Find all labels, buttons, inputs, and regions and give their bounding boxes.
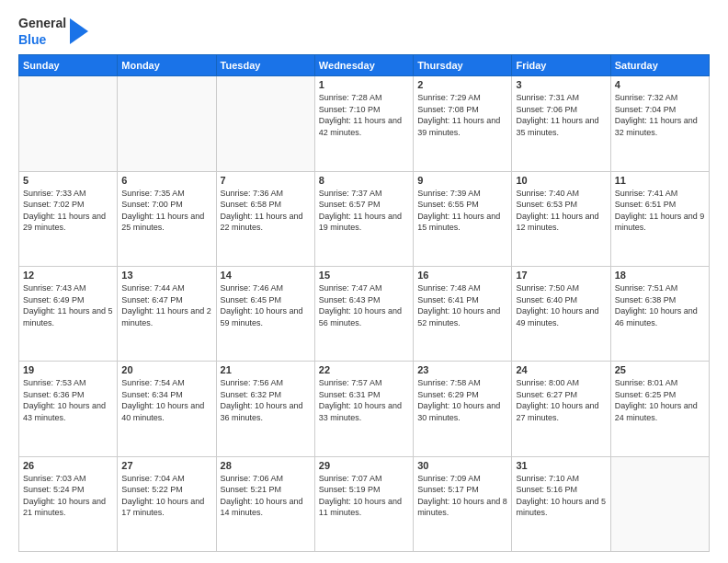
calendar-cell: 26Sunrise: 7:03 AMSunset: 5:24 PMDayligh… — [19, 456, 118, 551]
day-number: 7 — [221, 175, 311, 186]
day-number: 8 — [319, 175, 409, 186]
calendar-cell: 19Sunrise: 7:53 AMSunset: 6:36 PMDayligh… — [19, 362, 118, 456]
cell-sunset: Sunset: 7:00 PM — [121, 199, 211, 211]
cell-daylight: Daylight: 11 hours and 12 minutes. — [516, 211, 606, 234]
cell-sunrise: Sunrise: 7:50 AM — [516, 282, 606, 294]
cell-sunrise: Sunrise: 8:01 AM — [615, 377, 705, 389]
day-number: 9 — [417, 175, 507, 186]
cell-daylight: Daylight: 11 hours and 42 minutes. — [319, 115, 409, 138]
calendar-cell — [216, 76, 314, 171]
cell-sunset: Sunset: 5:19 PM — [319, 484, 409, 496]
cell-sunrise: Sunrise: 7:41 AM — [615, 188, 705, 200]
cell-daylight: Daylight: 10 hours and 11 minutes. — [319, 496, 409, 519]
cell-sunrise: Sunrise: 7:06 AM — [221, 473, 311, 485]
cell-sunrise: Sunrise: 7:31 AM — [516, 92, 606, 104]
cell-sunset: Sunset: 6:58 PM — [221, 199, 311, 211]
calendar-week-2: 5Sunrise: 7:33 AMSunset: 7:02 PMDaylight… — [19, 171, 710, 266]
cell-sunset: Sunset: 7:02 PM — [23, 199, 113, 211]
weekday-header-thursday: Thursday — [414, 55, 512, 76]
calendar-cell: 4Sunrise: 7:32 AMSunset: 7:04 PMDaylight… — [610, 76, 709, 171]
calendar-cell — [118, 76, 216, 171]
calendar-cell: 9Sunrise: 7:39 AMSunset: 6:55 PMDaylight… — [414, 171, 512, 266]
day-number: 1 — [319, 79, 409, 90]
cell-daylight: Daylight: 10 hours and 21 minutes. — [23, 496, 113, 519]
calendar-cell: 8Sunrise: 7:37 AMSunset: 6:57 PMDaylight… — [314, 171, 413, 266]
calendar-cell: 31Sunrise: 7:10 AMSunset: 5:16 PMDayligh… — [512, 456, 610, 551]
weekday-header-friday: Friday — [512, 55, 610, 76]
cell-sunrise: Sunrise: 7:10 AM — [516, 473, 606, 485]
calendar-week-3: 12Sunrise: 7:43 AMSunset: 6:49 PMDayligh… — [19, 266, 710, 361]
logo-chevron-icon — [70, 18, 88, 44]
logo: General Blue — [18, 15, 88, 47]
day-number: 11 — [615, 175, 705, 186]
cell-daylight: Daylight: 10 hours and 40 minutes. — [121, 400, 211, 423]
header: General Blue — [18, 15, 710, 47]
calendar-cell — [19, 76, 118, 171]
cell-sunrise: Sunrise: 8:00 AM — [516, 377, 606, 389]
cell-sunrise: Sunrise: 7:37 AM — [319, 188, 409, 200]
cell-sunset: Sunset: 5:17 PM — [417, 484, 507, 496]
day-number: 31 — [516, 460, 606, 471]
cell-sunrise: Sunrise: 7:29 AM — [417, 92, 507, 104]
cell-daylight: Daylight: 10 hours and 56 minutes. — [319, 305, 409, 328]
cell-sunrise: Sunrise: 7:51 AM — [615, 282, 705, 294]
day-number: 27 — [121, 460, 211, 471]
cell-sunrise: Sunrise: 7:28 AM — [319, 92, 409, 104]
cell-daylight: Daylight: 10 hours and 36 minutes. — [221, 400, 311, 423]
cell-daylight: Daylight: 10 hours and 8 minutes. — [417, 496, 507, 519]
cell-sunset: Sunset: 7:06 PM — [516, 104, 606, 116]
calendar-week-1: 1Sunrise: 7:28 AMSunset: 7:10 PMDaylight… — [19, 76, 710, 171]
calendar-cell: 14Sunrise: 7:46 AMSunset: 6:45 PMDayligh… — [216, 266, 314, 361]
cell-sunset: Sunset: 6:51 PM — [615, 199, 705, 211]
calendar-cell: 2Sunrise: 7:29 AMSunset: 7:08 PMDaylight… — [414, 76, 512, 171]
cell-sunset: Sunset: 6:49 PM — [23, 294, 113, 306]
day-number: 12 — [23, 270, 113, 281]
cell-daylight: Daylight: 11 hours and 15 minutes. — [417, 211, 507, 234]
weekday-header-wednesday: Wednesday — [314, 55, 413, 76]
calendar-cell: 16Sunrise: 7:48 AMSunset: 6:41 PMDayligh… — [414, 266, 512, 361]
calendar-cell: 1Sunrise: 7:28 AMSunset: 7:10 PMDaylight… — [314, 76, 413, 171]
day-number: 19 — [23, 364, 113, 375]
day-number: 15 — [319, 270, 409, 281]
calendar-cell: 25Sunrise: 8:01 AMSunset: 6:25 PMDayligh… — [610, 362, 709, 456]
cell-daylight: Daylight: 10 hours and 30 minutes. — [417, 400, 507, 423]
calendar-cell: 7Sunrise: 7:36 AMSunset: 6:58 PMDaylight… — [216, 171, 314, 266]
day-number: 13 — [121, 270, 211, 281]
cell-sunrise: Sunrise: 7:47 AM — [319, 282, 409, 294]
cell-sunrise: Sunrise: 7:40 AM — [516, 188, 606, 200]
cell-sunset: Sunset: 5:16 PM — [516, 484, 606, 496]
day-number: 28 — [221, 460, 311, 471]
calendar-cell: 17Sunrise: 7:50 AMSunset: 6:40 PMDayligh… — [512, 266, 610, 361]
day-number: 22 — [319, 364, 409, 375]
cell-sunrise: Sunrise: 7:33 AM — [23, 188, 113, 200]
calendar-cell: 29Sunrise: 7:07 AMSunset: 5:19 PMDayligh… — [314, 456, 413, 551]
day-number: 17 — [516, 270, 606, 281]
day-number: 4 — [615, 79, 705, 90]
calendar-cell: 12Sunrise: 7:43 AMSunset: 6:49 PMDayligh… — [19, 266, 118, 361]
weekday-header-saturday: Saturday — [610, 55, 709, 76]
cell-sunset: Sunset: 5:21 PM — [221, 484, 311, 496]
calendar-cell: 28Sunrise: 7:06 AMSunset: 5:21 PMDayligh… — [216, 456, 314, 551]
cell-sunrise: Sunrise: 7:58 AM — [417, 377, 507, 389]
cell-sunrise: Sunrise: 7:54 AM — [121, 377, 211, 389]
day-number: 25 — [615, 364, 705, 375]
day-number: 18 — [615, 270, 705, 281]
weekday-header-tuesday: Tuesday — [216, 55, 314, 76]
cell-daylight: Daylight: 10 hours and 59 minutes. — [221, 305, 311, 328]
day-number: 16 — [417, 270, 507, 281]
cell-sunrise: Sunrise: 7:09 AM — [417, 473, 507, 485]
calendar-header-row: SundayMondayTuesdayWednesdayThursdayFrid… — [19, 55, 710, 76]
cell-sunset: Sunset: 6:40 PM — [516, 294, 606, 306]
calendar-cell: 24Sunrise: 8:00 AMSunset: 6:27 PMDayligh… — [512, 362, 610, 456]
day-number: 14 — [221, 270, 311, 281]
cell-sunset: Sunset: 7:08 PM — [417, 104, 507, 116]
cell-sunset: Sunset: 5:24 PM — [23, 484, 113, 496]
cell-sunset: Sunset: 7:10 PM — [319, 104, 409, 116]
cell-daylight: Daylight: 11 hours and 29 minutes. — [23, 211, 113, 234]
cell-sunrise: Sunrise: 7:57 AM — [319, 377, 409, 389]
calendar-cell: 6Sunrise: 7:35 AMSunset: 7:00 PMDaylight… — [118, 171, 216, 266]
cell-daylight: Daylight: 10 hours and 52 minutes. — [417, 305, 507, 328]
cell-sunset: Sunset: 6:34 PM — [121, 389, 211, 401]
calendar-cell: 18Sunrise: 7:51 AMSunset: 6:38 PMDayligh… — [610, 266, 709, 361]
cell-sunrise: Sunrise: 7:07 AM — [319, 473, 409, 485]
